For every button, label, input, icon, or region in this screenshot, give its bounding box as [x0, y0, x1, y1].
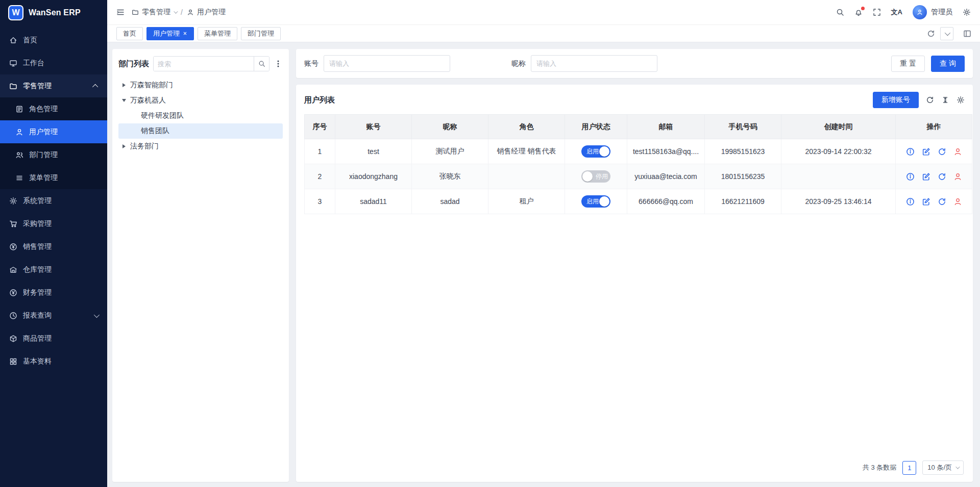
query-button[interactable]: 查 询 [931, 56, 965, 72]
page-size-select[interactable]: 10 条/页 [922, 460, 964, 475]
sidebar-item-home[interactable]: 首页 [0, 29, 107, 52]
tab-department-management[interactable]: 部门管理 [241, 27, 281, 40]
tab-user-management[interactable]: 用户管理 [146, 27, 194, 40]
column-settings-button[interactable] [957, 96, 965, 104]
department-search-input[interactable] [154, 57, 254, 71]
avatar [913, 5, 927, 19]
reset-button[interactable]: 重 置 [891, 56, 925, 72]
add-account-button[interactable]: 新增账号 [873, 92, 919, 108]
user-menu[interactable]: 管理员 [913, 5, 952, 19]
caret-right-icon[interactable] [121, 83, 127, 87]
workbench-icon [9, 59, 17, 67]
hamburger-icon [116, 8, 125, 16]
cell-status: 停用 [565, 164, 627, 189]
settings-button[interactable] [963, 8, 971, 16]
content-area: 部门列表 万森智能部门 万森机器人 [107, 42, 980, 487]
translate-icon[interactable]: 文A [891, 8, 902, 17]
column-header-status: 用户状态 [565, 115, 627, 139]
tab-label: 用户管理 [153, 29, 180, 38]
close-icon[interactable] [183, 31, 187, 36]
tree-node-legal-dept[interactable]: 法务部门 [118, 139, 283, 154]
chevron-up-icon [92, 84, 98, 89]
reset-password-icon[interactable] [938, 197, 946, 206]
sidebar-item-system-management[interactable]: 系统管理 [0, 189, 107, 212]
page-number-button[interactable]: 1 [902, 461, 916, 475]
search-icon [836, 8, 844, 16]
app-logo-icon: W [8, 5, 23, 20]
table-row: 1 test 测试用户 销售经理 销售代表 启用 test1158163a@qq… [305, 139, 972, 164]
caret-down-icon[interactable] [121, 99, 127, 102]
remove-user-icon[interactable] [953, 172, 962, 181]
tab-home[interactable]: 首页 [116, 27, 143, 40]
tab-menu-management[interactable]: 菜单管理 [198, 27, 237, 40]
edit-icon[interactable] [922, 172, 930, 181]
layout-toggle-button[interactable] [961, 27, 974, 40]
sidebar-item-label: 首页 [23, 36, 37, 45]
department-more-button[interactable] [274, 60, 283, 68]
notification-badge [861, 7, 865, 10]
tree-node-hardware-team[interactable]: 硬件研发团队 [118, 108, 283, 123]
sidebar-item-user-management[interactable]: 用户管理 [0, 120, 107, 143]
department-search-button[interactable] [254, 57, 269, 71]
sidebar-item-retail-management[interactable]: 零售管理 [0, 74, 107, 97]
sidebar-item-warehouse-management[interactable]: 仓库管理 [0, 258, 107, 281]
toggle-knob [599, 196, 609, 207]
sidebar-item-label: 财务管理 [23, 288, 52, 297]
refresh-list-button[interactable] [926, 96, 934, 104]
cell-status: 启用 [565, 139, 627, 164]
tab-label: 菜单管理 [204, 29, 231, 38]
tab-options-dropdown[interactable] [940, 27, 953, 40]
remove-user-icon[interactable] [953, 147, 962, 156]
notifications-button[interactable] [854, 8, 863, 16]
sidebar-item-department-management[interactable]: 部门管理 [0, 143, 107, 166]
reset-password-icon[interactable] [938, 172, 946, 181]
status-toggle[interactable]: 启用 [581, 195, 610, 208]
sidebar-item-goods-management[interactable]: 商品管理 [0, 327, 107, 350]
info-icon[interactable] [906, 147, 915, 156]
sidebar-item-basic-data[interactable]: 基本资料 [0, 350, 107, 373]
pagination: 共 3 条数据 1 10 条/页 [304, 455, 965, 478]
status-toggle-label: 启用 [586, 197, 599, 206]
cell-nickname: sadad [412, 189, 488, 214]
breadcrumb-separator: / [181, 8, 183, 16]
tree-node-sales-team[interactable]: 销售团队 [118, 123, 283, 139]
info-icon[interactable] [906, 197, 915, 206]
tree-node-wansen-smart[interactable]: 万森智能部门 [118, 78, 283, 93]
reset-password-icon[interactable] [938, 147, 946, 156]
sidebar-item-report-query[interactable]: 报表查询 [0, 304, 107, 327]
edit-icon[interactable] [922, 197, 930, 206]
nickname-input[interactable] [531, 55, 657, 72]
sidebar-item-purchase-management[interactable]: 采购管理 [0, 212, 107, 235]
folder-icon [9, 82, 17, 90]
account-input[interactable] [324, 55, 450, 72]
sidebar-item-sales-management[interactable]: 销售管理 [0, 235, 107, 258]
user-list-title: 用户列表 [304, 95, 335, 105]
sidebar-item-finance-management[interactable]: 财务管理 [0, 281, 107, 304]
info-icon[interactable] [906, 172, 915, 181]
sidebar-item-workbench[interactable]: 工作台 [0, 52, 107, 74]
collapse-sidebar-button[interactable] [116, 8, 125, 16]
sidebar-item-label: 商品管理 [23, 334, 52, 343]
cell-roles [488, 164, 565, 189]
fullscreen-button[interactable] [873, 8, 881, 16]
status-toggle[interactable]: 停用 [581, 170, 610, 183]
grid-icon [9, 357, 17, 366]
refresh-tabs-button[interactable] [927, 30, 935, 38]
cell-status: 启用 [565, 189, 627, 214]
sidebar-item-menu-management[interactable]: 菜单管理 [0, 166, 107, 189]
cell-nickname: 测试用户 [412, 139, 488, 164]
breadcrumb-current[interactable]: 用户管理 [187, 8, 226, 17]
remove-user-icon[interactable] [953, 197, 962, 206]
column-header-created: 创建时间 [781, 115, 896, 139]
caret-right-icon[interactable] [121, 144, 127, 148]
search-button[interactable] [836, 8, 844, 16]
row-height-button[interactable] [941, 96, 949, 104]
tree-node-label: 销售团队 [141, 126, 169, 136]
app-logo[interactable]: W WanSen ERP [0, 0, 107, 25]
edit-icon[interactable] [922, 147, 930, 156]
status-toggle[interactable]: 启用 [581, 145, 610, 158]
column-header-phone: 手机号码 [705, 115, 781, 139]
tree-node-wansen-robot[interactable]: 万森机器人 [118, 93, 283, 108]
sidebar-item-role-management[interactable]: 角色管理 [0, 97, 107, 120]
breadcrumb-parent[interactable]: 零售管理 [132, 8, 177, 17]
